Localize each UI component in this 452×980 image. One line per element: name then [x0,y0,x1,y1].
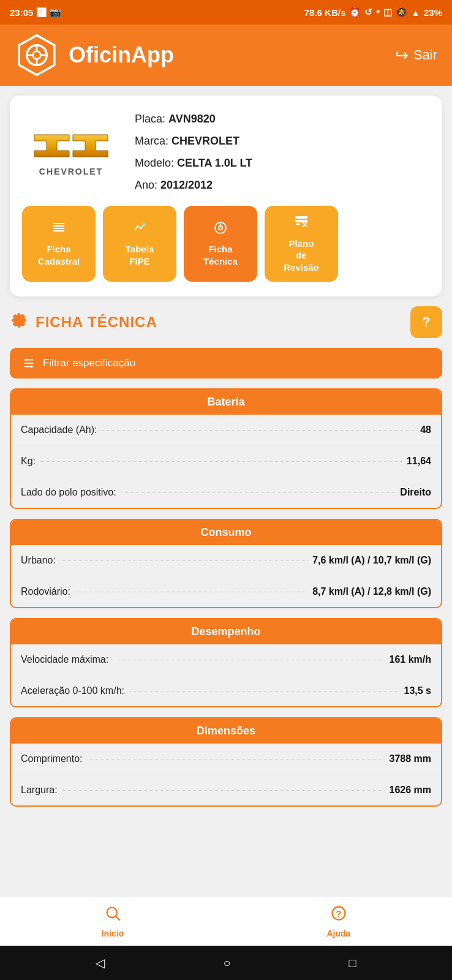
svg-rect-15 [296,221,307,222]
status-left: 23:05 🅿 📷 [10,7,61,18]
back-button[interactable]: ◁ [96,956,105,970]
table-row: Kg:11,64 [11,446,441,477]
inicio-icon [104,905,121,926]
app-logo-icon [15,33,59,77]
app-header: OficinApp ↪ Sair [0,24,452,86]
silent-icon: 🔕 [396,7,407,18]
spec-value: 13,5 s [404,685,431,696]
table-row: Rodoviário:8,7 km/l (A) / 12,8 km/l (G) [11,576,441,607]
app-name: OficinApp [69,42,174,68]
plano-revisao-icon [294,214,309,234]
header-logo-group: OficinApp [15,33,174,77]
spec-dots [102,430,416,431]
spec-section-2: DesempenhoVelocidade máxima:161 km/hAcel… [10,618,442,707]
table-row: Largura:1626 mm [11,775,441,805]
svg-rect-9 [53,228,64,229]
status-bar: 23:05 🅿 📷 78.6 KB/s ⏰ ↺ * ◫ 🔕 ▲ 23% [0,0,452,24]
main-content: CHEVROLET Placa: AVN9820 Marca: CHEVROLE… [0,86,452,897]
table-row: Aceleração 0-100 km/h:13,5 s [11,676,441,706]
spec-value: 1626 mm [390,785,432,796]
spec-section-header-3: Dimensões [11,718,441,744]
tab-plano-revisao[interactable]: PlanodeRevisão [265,206,338,282]
spec-section-1: ConsumoUrbano:7,6 km/l (A) / 10,7 km/l (… [10,519,442,608]
spec-label: Rodoviário: [21,586,70,597]
vehicle-brand-logo-text: CHEVROLET [39,167,103,176]
table-row: Urbano:7,6 km/l (A) / 10,7 km/l (G) [11,545,441,576]
ficha-tecnica-header: FICHA TÉCNICA ? [10,306,442,338]
logout-button[interactable]: ↪ Sair [395,46,437,65]
alarm-icon: ⏰ [349,7,361,18]
filter-label: Filtrar especificação [43,357,135,369]
time: 23:05 [10,7,33,18]
signal-icon: ▲ [411,7,420,18]
vehicle-logo-area: CHEVROLET [22,127,120,176]
bottom-nav: Início ? Ajuda [0,897,452,946]
home-button[interactable]: ○ [223,956,230,970]
nav-ajuda-label: Ajuda [326,929,350,938]
filter-icon [22,356,36,370]
ficha-tecnica-icon [213,221,228,240]
camera-icon: 📷 [50,7,61,18]
spec-label: Capacidade (Ah): [21,424,97,435]
spec-section-header-2: Desempenho [11,619,441,644]
logout-icon: ↪ [395,46,409,65]
spec-section-header-1: Consumo [11,520,441,545]
brand-row: Marca: CHEVROLET [135,130,252,152]
spec-dots [61,560,307,561]
spec-label: Urbano: [21,555,56,566]
nav-inicio[interactable]: Início [102,905,124,938]
help-button[interactable]: ? [410,306,442,338]
spec-dots [129,691,399,692]
spec-dots [87,759,384,760]
spec-section-header-0: Bateria [11,390,441,415]
tab-plano-revisao-label: PlanodeRevisão [284,238,319,274]
table-row: Velocidade máxima:161 km/h [11,644,441,676]
spec-value: Direito [400,487,431,498]
tabs-row: FichaCadastral TabelaFIPE FichaTécnica P… [22,206,430,284]
tab-tabela-fipe-label: TabelaFIPE [126,243,154,267]
table-row: Comprimento:3788 mm [11,744,441,775]
spec-dots [113,660,384,660]
ficha-cadastral-icon [51,221,66,240]
table-row: Capacidade (Ah):48 [11,415,441,446]
tab-ficha-tecnica[interactable]: FichaTécnica [184,206,257,282]
ajuda-icon: ? [330,905,347,926]
section-title: FICHA TÉCNICA [36,314,157,331]
bluetooth-icon: * [376,7,380,18]
spec-value: 48 [420,424,431,435]
filter-bar[interactable]: Filtrar especificação [10,348,442,379]
help-icon: ? [422,314,430,330]
tab-ficha-cadastral[interactable]: FichaCadastral [22,206,96,282]
nav-ajuda[interactable]: ? Ajuda [326,905,350,938]
svg-line-26 [116,916,119,920]
year-row: Ano: 2012/2012 [135,174,252,196]
spec-dots [75,592,307,592]
sync-icon: ↺ [364,7,372,18]
svg-text:?: ? [336,908,341,919]
model-row: Modelo: CELTA 1.0L LT [135,152,252,174]
spec-dots [62,790,385,791]
svg-point-25 [107,908,117,918]
svg-rect-8 [53,225,64,227]
vehicle-details: Placa: AVN9820 Marca: CHEVROLET Modelo: … [135,108,252,196]
spec-section-3: DimensõesComprimento:3788 mmLargura:1626… [10,717,442,807]
svg-marker-0 [19,36,55,75]
spec-sections: BateriaCapacidade (Ah):48Kg:11,64Lado do… [10,388,442,807]
tab-tabela-fipe[interactable]: TabelaFIPE [103,206,176,282]
gear-icon [10,311,28,334]
svg-rect-10 [53,230,64,232]
spec-value: 8,7 km/l (A) / 12,8 km/l (G) [312,586,431,597]
tab-ficha-cadastral-label: FichaCadastral [38,243,80,267]
svg-point-12 [219,226,222,230]
recents-button[interactable]: □ [348,956,356,970]
spec-value: 11,64 [407,456,431,467]
svg-rect-14 [296,217,307,218]
battery: 23% [424,7,442,18]
spec-value: 7,6 km/l (A) / 10,7 km/l (G) [312,555,431,566]
spec-label: Velocidade máxima: [21,654,108,665]
plate-row: Placa: AVN9820 [135,108,252,130]
tab-ficha-tecnica-label: FichaTécnica [203,243,238,267]
nfc-icon: ◫ [383,7,392,18]
svg-rect-7 [53,223,64,224]
nav-inicio-label: Início [102,929,124,938]
